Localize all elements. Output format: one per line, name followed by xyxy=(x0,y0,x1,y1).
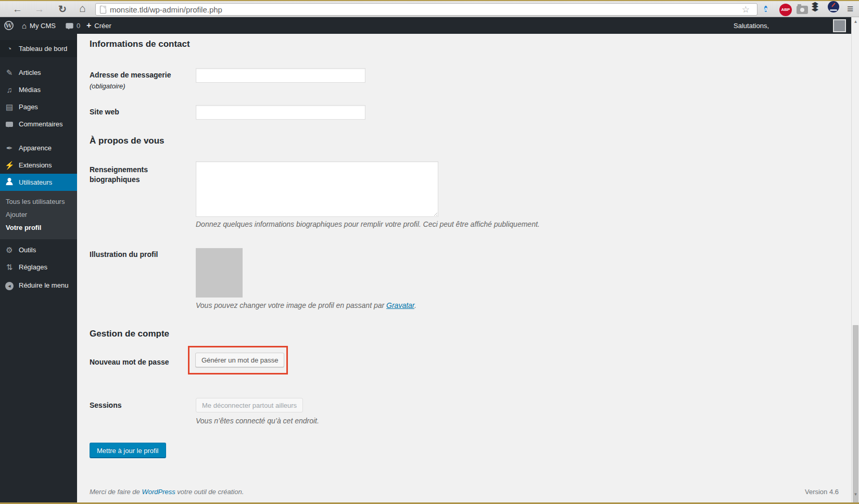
browser-menu-icon[interactable]: ≡ xyxy=(847,1,853,17)
annotation-highlight-box: Générer un mot de passe xyxy=(188,346,288,374)
settings-icon: ⇅ xyxy=(5,263,14,272)
browser-reload-icon[interactable]: ↻ xyxy=(58,3,67,16)
email-label: Adresse de messagerie (obligatoire) xyxy=(90,70,188,91)
sidebar-item-posts[interactable]: ✎ Articles xyxy=(0,64,77,81)
account-section-heading: Gestion de compte xyxy=(90,329,169,339)
profile-picture-label: Illustration du profil xyxy=(90,250,188,260)
sidebar-item-tools[interactable]: ⚙ Outils xyxy=(0,241,77,259)
address-bar[interactable]: monsite.tld/wp-admin/profile.php ☆ xyxy=(95,3,757,16)
browser-back-icon[interactable]: ← xyxy=(12,3,22,16)
admin-bar-site-link[interactable]: ⌂ My CMS xyxy=(22,17,56,34)
submenu-your-profile[interactable]: Votre profil xyxy=(0,221,77,234)
page-icon xyxy=(100,6,106,14)
wordpress-profile-page: ← → ↻ ⌂ monsite.tld/wp-admin/profile.php… xyxy=(0,0,859,504)
admin-bar-avatar[interactable] xyxy=(833,19,846,32)
extension-adblock-icon[interactable]: ABP xyxy=(779,4,792,16)
home-icon: ⌂ xyxy=(22,21,27,30)
scrollbar-thumb[interactable] xyxy=(853,325,858,504)
sidebar-item-settings[interactable]: ⇅ Réglages xyxy=(0,259,77,276)
admin-bar-greeting[interactable]: Salutations, xyxy=(734,17,769,34)
admin-sidebar: ◔ Tableau de bord ✎ Articles ♫ Médias ▤ … xyxy=(0,34,77,504)
email-required-note: (obligatoire) xyxy=(90,81,188,91)
sessions-label: Sessions xyxy=(90,400,188,410)
extension-layers-icon[interactable]: ◆ xyxy=(812,1,818,6)
wordpress-link[interactable]: WordPress xyxy=(142,488,175,496)
gravatar-link[interactable]: Gravatar xyxy=(386,301,414,309)
plugins-icon: ⚡ xyxy=(5,161,14,170)
sidebar-item-appearance[interactable]: ✒ Apparence xyxy=(0,139,77,157)
sidebar-item-pages[interactable]: ▤ Pages xyxy=(0,98,77,115)
website-field[interactable] xyxy=(196,105,365,120)
about-section-heading: À propos de vous xyxy=(90,136,165,146)
sidebar-item-dashboard[interactable]: ◔ Tableau de bord xyxy=(0,40,77,57)
browser-home-icon[interactable]: ⌂ xyxy=(79,2,86,15)
url-text[interactable]: monsite.tld/wp-admin/profile.php xyxy=(110,5,222,14)
collapse-menu-icon: ◂ xyxy=(5,280,14,290)
pages-icon: ▤ xyxy=(5,102,14,112)
dashboard-icon: ◔ xyxy=(5,44,14,53)
footer-version: Version 4.6 xyxy=(805,488,839,496)
admin-bar-new-button[interactable]: + Créer xyxy=(86,17,111,34)
logout-everywhere-button[interactable]: Me déconnecter partout ailleurs xyxy=(196,398,303,412)
capture-border-top xyxy=(0,0,859,1)
gravatar-hint: Vous pouvez changer votre image de profi… xyxy=(196,301,416,309)
footer-thanks: Merci de faire de WordPress votre outil … xyxy=(90,488,244,496)
sidebar-item-collapse-menu[interactable]: ◂ Réduire le menu xyxy=(0,277,77,294)
users-icon xyxy=(5,178,14,187)
wp-logo-icon[interactable]: W xyxy=(4,17,14,34)
comment-bubble-icon xyxy=(66,23,73,28)
profile-picture-placeholder xyxy=(196,248,243,298)
scroll-down-arrow[interactable]: ▼ xyxy=(852,491,859,498)
bio-hint: Donnez quelques informations biographiqu… xyxy=(196,220,540,228)
generate-password-button[interactable]: Générer un mot de passe xyxy=(195,353,284,367)
bio-field[interactable] xyxy=(196,161,438,217)
update-profile-button[interactable]: Mettre à jour le profil xyxy=(90,443,166,458)
submenu-add-user[interactable]: Ajouter xyxy=(0,208,77,221)
bookmark-star-icon[interactable]: ☆ xyxy=(742,4,750,15)
plus-icon: + xyxy=(86,21,91,30)
extension-gauge-icon[interactable] xyxy=(828,1,839,12)
sidebar-item-users[interactable]: Utilisateurs xyxy=(0,174,77,191)
users-submenu: Tous les utilisateurs Ajouter Votre prof… xyxy=(0,191,77,239)
tools-icon: ⚙ xyxy=(5,245,14,255)
new-password-label: Nouveau mot de passe xyxy=(90,357,188,367)
admin-bar-comments[interactable]: 0 xyxy=(66,17,80,34)
appearance-icon: ✒ xyxy=(5,144,14,153)
bio-label: Renseignements biographiques xyxy=(90,165,188,185)
email-field[interactable] xyxy=(196,68,365,83)
profile-form: Informations de contact Adresse de messa… xyxy=(77,34,851,504)
media-icon: ♫ xyxy=(5,85,14,94)
browser-toolbar: ← → ↻ ⌂ monsite.tld/wp-admin/profile.php… xyxy=(0,1,859,17)
submenu-all-users[interactable]: Tous les utilisateurs xyxy=(0,195,77,208)
contact-section-heading: Informations de contact xyxy=(90,39,190,49)
website-label: Site web xyxy=(90,107,188,117)
pushpin-icon: ✎ xyxy=(5,68,14,77)
sidebar-item-plugins[interactable]: ⚡ Extensions xyxy=(0,157,77,174)
sidebar-item-media[interactable]: ♫ Médias xyxy=(0,81,77,98)
comments-icon xyxy=(5,120,14,128)
extension-camera-icon[interactable] xyxy=(797,6,808,14)
sidebar-item-comments[interactable]: Commentaires xyxy=(0,115,77,133)
wp-admin-bar: W ⌂ My CMS 0 + Créer Salutations, xyxy=(0,17,859,34)
sessions-hint: Vous n’êtes connecté qu’à cet endroit. xyxy=(196,417,319,425)
extension-pin-icon[interactable]: a xyxy=(764,4,775,15)
page-scrollbar[interactable]: ▲ ▼ xyxy=(851,17,859,502)
browser-forward-icon[interactable]: → xyxy=(34,3,44,16)
scroll-up-arrow[interactable]: ▲ xyxy=(852,18,859,25)
